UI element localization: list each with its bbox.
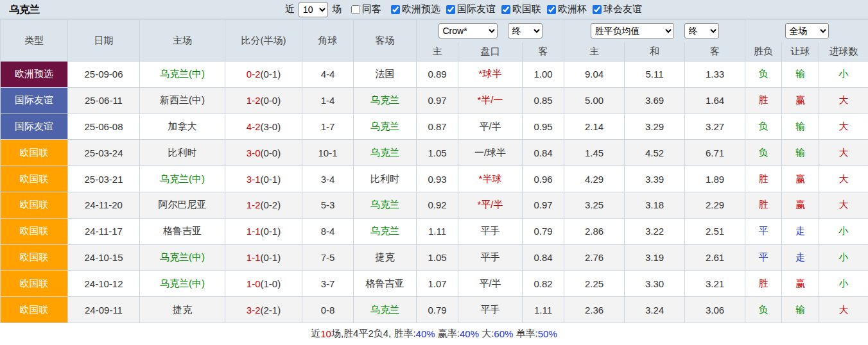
corner-cell: 0-8 bbox=[302, 297, 354, 323]
league-cell: 国际友谊 bbox=[1, 87, 68, 114]
match-row: 欧国联25-03-24比利时3-0(0-0)10-1乌克兰1.05一/球半0.8… bbox=[1, 140, 868, 166]
league-filter-2[interactable]: 国际友谊 bbox=[446, 3, 496, 15]
handicap-result-cell: 走 bbox=[782, 244, 819, 271]
corner-cell: 7-5 bbox=[302, 244, 354, 271]
goals-cell: 小 bbox=[819, 62, 868, 88]
europe-time-select[interactable]: 终 bbox=[684, 23, 719, 38]
home-team-cell: 加拿大 bbox=[140, 114, 225, 140]
match-row: 欧国联24-11-20阿尔巴尼亚1-2(0-2)5-3乌克兰0.92*平/半0.… bbox=[1, 192, 868, 218]
date-cell: 24-11-17 bbox=[68, 218, 140, 244]
asian-away-odds-cell: 0.97 bbox=[523, 192, 564, 218]
summary-win-rate: 40% bbox=[416, 328, 435, 339]
handicap-result-cell: 输 bbox=[782, 140, 819, 166]
handicap-result-cell: 赢 bbox=[782, 87, 819, 114]
europe-odds-select[interactable]: 胜平负均值 bbox=[591, 23, 674, 38]
date-cell: 25-09-06 bbox=[68, 62, 140, 88]
league-filter-3[interactable]: 欧国联 bbox=[501, 3, 541, 15]
handicap-cell: 平/半 bbox=[458, 114, 523, 140]
home-team-cell: 新西兰(中) bbox=[140, 87, 225, 114]
europe-draw-odds-cell: 3.29 bbox=[625, 114, 685, 140]
fulltime-score: 4-2 bbox=[247, 121, 261, 132]
team-name: 乌克兰 bbox=[9, 0, 40, 19]
asian-home-odds-cell: 0.89 bbox=[417, 62, 458, 88]
europe-away-odds-cell: 1.89 bbox=[685, 166, 745, 192]
date-cell: 24-11-20 bbox=[68, 192, 140, 218]
summary-over-label: 大: bbox=[479, 328, 494, 340]
summary-bar: 近 10 场,胜4平2负4, 胜率: 40% 赢率: 40% 大: 60% 单率… bbox=[0, 323, 868, 345]
recent-label: 近 bbox=[285, 3, 295, 15]
home-team-cell: 乌克兰(中) bbox=[140, 62, 225, 88]
europe-draw-odds-cell: 3.30 bbox=[625, 271, 685, 297]
home-team-cell: 阿尔巴尼亚 bbox=[140, 192, 225, 218]
league-filter-5[interactable]: 球会友谊 bbox=[593, 3, 642, 15]
league-cell: 欧国联 bbox=[1, 244, 68, 271]
asian-away-odds-cell: 0.95 bbox=[523, 114, 564, 140]
handicap-result-cell: 走 bbox=[782, 218, 819, 244]
goals-cell: 小 bbox=[819, 271, 868, 297]
scope-select[interactable]: 全场 bbox=[785, 23, 829, 38]
league-filter-4[interactable]: 欧洲杯 bbox=[547, 3, 587, 15]
odds-company-select[interactable]: Crow* bbox=[438, 23, 498, 38]
col-home: 主场 bbox=[140, 20, 225, 62]
europe-draw-odds-cell: 4.52 bbox=[625, 140, 685, 166]
date-cell: 25-03-24 bbox=[68, 140, 140, 166]
date-cell: 25-06-08 bbox=[68, 114, 140, 140]
handicap-result-cell: 输 bbox=[782, 297, 819, 323]
same-away-filter[interactable]: 同客 bbox=[351, 3, 381, 15]
league-filter-checkbox[interactable] bbox=[547, 5, 556, 14]
score-cell: 3-2(2-1) bbox=[225, 297, 302, 323]
asian-home-odds-cell: 0.92 bbox=[417, 192, 458, 218]
matches-table: 类型 日期 主场 比分(半场) 角球 客场 Crow* 终 胜平负均值 终 bbox=[0, 19, 868, 323]
matches-label: 场 bbox=[332, 3, 342, 15]
handicap-cell: 平手 bbox=[458, 218, 523, 244]
away-team-cell: 捷克 bbox=[354, 244, 417, 271]
score-cell: 1-2(0-0) bbox=[225, 87, 302, 114]
match-count-select[interactable]: 10 bbox=[299, 2, 328, 17]
league-cell: 欧国联 bbox=[1, 271, 68, 297]
score-cell: 1-1(0-1) bbox=[225, 244, 302, 271]
asian-away-odds-cell: 0.96 bbox=[523, 166, 564, 192]
col-corner: 角球 bbox=[302, 20, 354, 62]
date-cell: 24-09-11 bbox=[68, 297, 140, 323]
goals-cell: 小 bbox=[819, 218, 868, 244]
result-cell: 胜 bbox=[745, 271, 782, 297]
league-filter-checkbox[interactable] bbox=[593, 5, 602, 14]
league-filter-label: 国际友谊 bbox=[457, 3, 496, 15]
subcol-result: 胜负 bbox=[745, 42, 782, 62]
same-away-checkbox[interactable] bbox=[351, 5, 360, 14]
fulltime-score: 1-0 bbox=[247, 278, 261, 289]
result-cell: 负 bbox=[745, 297, 782, 323]
handicap-result-cell: 赢 bbox=[782, 166, 819, 192]
league-filter-checkbox[interactable] bbox=[446, 5, 455, 14]
asian-away-odds-cell: 0.82 bbox=[523, 271, 564, 297]
away-team-cell: 格鲁吉亚 bbox=[354, 271, 417, 297]
league-cell: 欧国联 bbox=[1, 166, 68, 192]
away-team-cell: 乌克兰 bbox=[354, 87, 417, 114]
date-cell: 25-03-21 bbox=[68, 166, 140, 192]
match-stats-panel: 乌克兰 近 10 场 同客 欧洲预选国际友谊欧国联欧洲杯球会友谊 类型 日期 主… bbox=[0, 0, 868, 345]
odds-time-select[interactable]: 终 bbox=[508, 23, 542, 38]
match-row: 欧国联24-10-15乌克兰(中)1-1(0-1)7-5捷克1.05平手0.84… bbox=[1, 244, 868, 271]
goals-cell: 大 bbox=[819, 140, 868, 166]
subcol-europe-away: 客 bbox=[685, 42, 745, 62]
asian-home-odds-cell: 0.93 bbox=[417, 166, 458, 192]
result-cell: 负 bbox=[745, 62, 782, 88]
league-filter-checkbox[interactable] bbox=[501, 5, 510, 14]
handicap-cell: *平/半 bbox=[458, 192, 523, 218]
match-row: 欧国联24-11-17格鲁吉亚1-1(0-1)8-4乌克兰1.11平手0.792… bbox=[1, 218, 868, 244]
handicap-result-cell: 赢 bbox=[782, 192, 819, 218]
league-filter-checkbox[interactable] bbox=[391, 5, 400, 14]
europe-home-odds-cell: 3.25 bbox=[564, 192, 625, 218]
subcol-asian-home: 主 bbox=[417, 42, 458, 62]
league-filter-1[interactable]: 欧洲预选 bbox=[391, 3, 440, 15]
home-team-cell: 乌克兰(中) bbox=[140, 166, 225, 192]
europe-draw-odds-cell: 3.69 bbox=[625, 87, 685, 114]
col-type: 类型 bbox=[1, 20, 68, 62]
result-cell: 胜 bbox=[745, 192, 782, 218]
europe-odds-group: 胜平负均值 终 bbox=[564, 20, 745, 42]
league-filter-label: 欧洲预选 bbox=[402, 3, 440, 15]
europe-draw-odds-cell: 3.19 bbox=[625, 244, 685, 271]
corner-cell: 5-3 bbox=[302, 192, 354, 218]
europe-away-odds-cell: 2.61 bbox=[685, 244, 745, 271]
score-cell: 3-0(0-0) bbox=[225, 140, 302, 166]
